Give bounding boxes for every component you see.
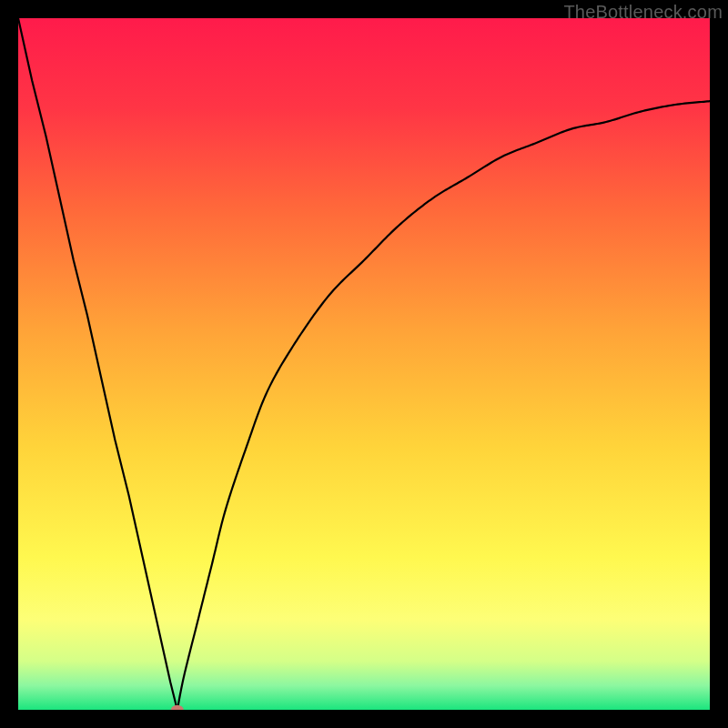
bottleneck-chart-canvas	[18, 18, 710, 710]
chart-frame: TheBottleneck.com	[0, 0, 728, 728]
watermark-text: TheBottleneck.com	[563, 2, 723, 23]
